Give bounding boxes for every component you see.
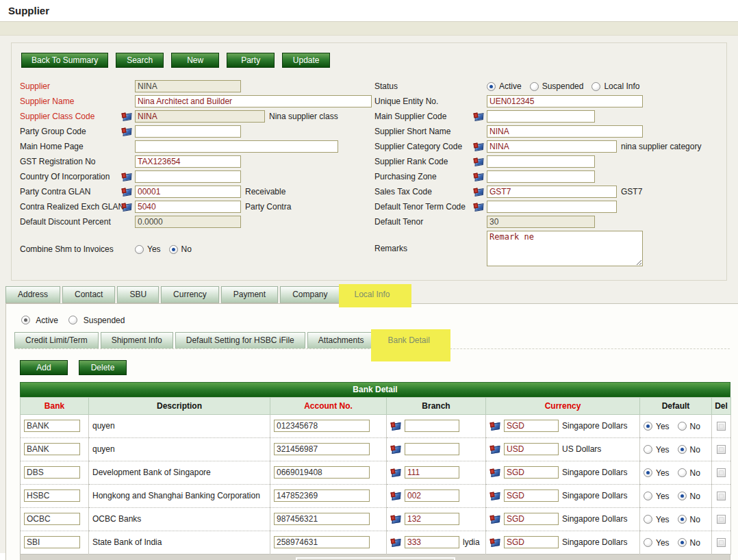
delete-checkbox[interactable]	[717, 492, 726, 500]
update-button[interactable]: Update	[282, 53, 330, 68]
lookup-icon[interactable]	[489, 444, 500, 454]
currency-input[interactable]	[504, 536, 559, 548]
delete-button[interactable]: Delete	[79, 360, 127, 375]
lookup-icon[interactable]	[121, 202, 132, 212]
default-tenor-term-code-input[interactable]	[487, 201, 617, 213]
account-no-input[interactable]	[274, 513, 370, 525]
tab-address[interactable]: Address	[5, 286, 60, 303]
branch-input[interactable]	[405, 420, 459, 432]
supplier-name-input[interactable]	[135, 95, 372, 107]
default-yes-radio[interactable]	[644, 515, 652, 524]
bank-input[interactable]	[24, 489, 80, 502]
party-contra-glan-input[interactable]	[135, 186, 241, 198]
combine-shm-yes-radio[interactable]	[135, 245, 144, 254]
tab-contact[interactable]: Contact	[62, 286, 115, 303]
supplier-short-name-input[interactable]	[487, 125, 643, 138]
supplier-class-code-input[interactable]	[135, 110, 265, 123]
bank-input[interactable]	[24, 513, 80, 525]
lookup-icon[interactable]	[473, 157, 484, 166]
lookup-icon[interactable]	[121, 127, 132, 136]
new-button[interactable]: New	[171, 53, 219, 68]
lookup-icon[interactable]	[489, 537, 500, 547]
bank-input[interactable]	[24, 536, 80, 548]
subtab-credit-limit-term[interactable]: Credit Limit/Term	[14, 332, 99, 348]
lookup-icon[interactable]	[489, 514, 500, 524]
local-info-active-radio[interactable]	[21, 316, 30, 324]
delete-checkbox[interactable]	[717, 422, 726, 431]
default-discount-percent-input[interactable]	[135, 216, 241, 228]
main-supplier-code-input[interactable]	[487, 110, 595, 123]
branch-input[interactable]	[405, 536, 459, 548]
lookup-icon[interactable]	[390, 468, 401, 477]
add-button[interactable]: Add	[20, 360, 68, 375]
lookup-icon[interactable]	[390, 421, 401, 431]
default-no-radio[interactable]	[678, 538, 687, 547]
bank-input[interactable]	[24, 420, 80, 432]
branch-input[interactable]	[405, 443, 459, 455]
lookup-icon[interactable]	[121, 172, 132, 181]
subtab-bank-detail[interactable]: Bank Detail	[377, 332, 441, 348]
lookup-icon[interactable]	[489, 468, 500, 477]
supplier-rank-code-input[interactable]	[487, 155, 595, 168]
lookup-icon[interactable]	[473, 187, 484, 196]
bank-input[interactable]	[24, 443, 80, 455]
delete-checkbox[interactable]	[717, 515, 726, 524]
status-active-radio[interactable]	[487, 82, 496, 91]
delete-checkbox[interactable]	[717, 468, 726, 477]
delete-checkbox[interactable]	[717, 445, 726, 454]
contra-realized-exch-glan-input[interactable]	[135, 201, 241, 213]
lookup-icon[interactable]	[489, 491, 500, 500]
lookup-icon[interactable]	[473, 172, 484, 181]
lookup-icon[interactable]	[390, 444, 401, 454]
purchasing-zone-input[interactable]	[487, 170, 595, 183]
account-no-input[interactable]	[274, 420, 370, 432]
sales-tax-code-input[interactable]	[487, 186, 617, 198]
main-home-page-input[interactable]	[135, 140, 338, 153]
default-no-radio[interactable]	[678, 492, 687, 500]
supplier-input[interactable]	[135, 80, 241, 92]
lookup-icon[interactable]	[121, 187, 132, 196]
branch-input[interactable]	[405, 466, 459, 479]
party-group-code-input[interactable]	[135, 125, 241, 138]
branch-input[interactable]	[405, 489, 459, 502]
account-no-input[interactable]	[274, 489, 370, 502]
default-yes-radio[interactable]	[644, 492, 652, 500]
currency-input[interactable]	[504, 466, 559, 479]
unique-entity-no-input[interactable]	[487, 95, 643, 107]
delete-checkbox[interactable]	[717, 538, 726, 547]
back-to-summary-button[interactable]: Back To Summary	[21, 53, 108, 68]
remarks-textarea[interactable]: Remark ne	[487, 231, 643, 266]
currency-input[interactable]	[504, 513, 559, 525]
currency-input[interactable]	[504, 443, 559, 455]
lookup-icon[interactable]	[473, 142, 484, 151]
account-no-input[interactable]	[274, 536, 370, 548]
account-no-input[interactable]	[274, 466, 370, 479]
country-of-incorporation-input[interactable]	[135, 170, 241, 183]
party-button[interactable]: Party	[227, 53, 275, 68]
default-no-radio[interactable]	[678, 515, 687, 524]
subtab-default-setting-hsbc-ifile[interactable]: Default Setting for HSBC iFile	[175, 332, 305, 348]
account-no-input[interactable]	[274, 443, 370, 455]
lookup-icon[interactable]	[390, 514, 401, 524]
local-info-suspended-radio[interactable]	[68, 316, 77, 324]
currency-input[interactable]	[504, 420, 559, 432]
default-no-radio[interactable]	[678, 445, 687, 454]
tab-payment[interactable]: Payment	[221, 286, 278, 303]
default-yes-radio[interactable]	[644, 422, 652, 431]
status-suspended-radio[interactable]	[530, 82, 539, 91]
tab-company[interactable]: Company	[280, 286, 340, 303]
tab-sbu[interactable]: SBU	[117, 286, 159, 303]
branch-input[interactable]	[405, 513, 459, 525]
bank-input[interactable]	[24, 466, 80, 479]
currency-input[interactable]	[504, 489, 559, 502]
search-button[interactable]: Search	[116, 53, 164, 68]
supplier-category-code-input[interactable]	[487, 140, 617, 153]
combine-shm-no-radio[interactable]	[169, 245, 178, 254]
subtab-attachments[interactable]: Attachments	[307, 332, 375, 348]
lookup-icon[interactable]	[390, 491, 401, 500]
default-yes-radio[interactable]	[644, 468, 652, 477]
default-tenor-input[interactable]	[487, 216, 595, 228]
lookup-icon[interactable]	[473, 202, 484, 212]
default-no-radio[interactable]	[678, 422, 687, 431]
tab-currency[interactable]: Currency	[161, 286, 219, 303]
